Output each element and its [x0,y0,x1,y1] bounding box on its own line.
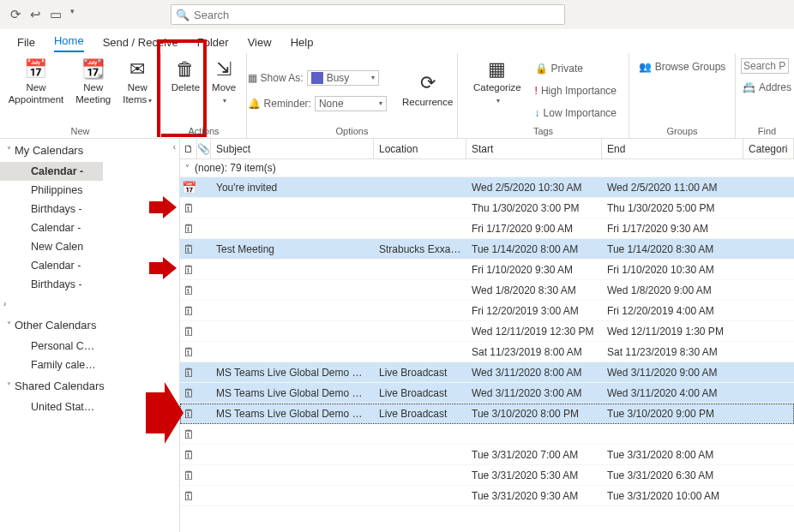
list-row[interactable]: 🗓MS Teams Live Global Demo Sessio...Live… [180,383,794,403]
undo-icon[interactable]: ↩ [30,7,41,22]
row-start: Thu 1/30/2020 3:00 PM [466,202,602,214]
list-row[interactable]: 🗓MS Teams Live Global Demo Sessio...Live… [180,403,794,424]
shared-calendars-header[interactable]: ˅ Shared Calendars [0,374,179,398]
nav-item[interactable]: Calendar - [0,218,103,237]
list-row[interactable]: 🗓Sat 11/23/2019 8:00 AMSat 11/23/2019 8:… [180,342,794,362]
tab-file[interactable]: File [17,36,35,52]
qat-more-icon[interactable]: ▾ [70,7,75,22]
row-end: Tue 3/31/2020 6:30 AM [602,469,743,481]
high-importance-button[interactable]: !High Importance [533,82,618,99]
row-start: Wed 12/11/2019 12:30 PM [466,326,602,338]
tab-view[interactable]: View [248,36,272,52]
col-location[interactable]: Location [374,139,466,158]
move-icon: ⇲ [212,58,236,81]
show-as-select[interactable]: Busy ▾ [307,70,379,86]
row-start: Tue 3/10/2020 8:00 PM [466,408,602,420]
other-calendars-header[interactable]: ˅ Other Calendars [0,314,179,337]
list-row[interactable]: 🗓Wed 1/8/2020 8:30 AMWed 1/8/2020 9:00 A… [180,280,794,301]
list-row[interactable]: 🗓Fri 1/17/2020 9:00 AMFri 1/17/2020 9:30… [180,218,794,239]
nav-item[interactable]: Calendar - [0,256,103,275]
move-button[interactable]: ⇲ Move▾ [207,57,241,108]
delete-button[interactable]: 🗑 Delete [166,57,205,96]
archive-icon[interactable]: ▭ [50,7,62,22]
show-as-row: ▦ Show As: Busy ▾ [246,69,388,87]
col-icon[interactable]: 🗋 [180,139,197,158]
mail-icon: ✉ [125,58,149,81]
col-start[interactable]: Start [466,139,602,158]
nav-item[interactable]: Philippines [0,181,103,200]
tab-home[interactable]: Home [54,34,84,52]
nav-item[interactable]: New Calen [0,237,103,256]
new-appointment-button[interactable]: 📅 NewAppointment [3,57,69,108]
nav-item[interactable]: Personal Calendar [0,337,103,356]
row-end: Tue 3/10/2020 9:00 PM [602,408,743,420]
ribbon-group-options: ▦ Show As: Busy ▾ 🔔 Reminder: None▾ ⟳ [247,53,458,138]
row-start: Wed 1/8/2020 8:30 AM [466,284,602,296]
trash-icon: 🗑 [173,58,197,81]
nav-item[interactable]: Family calendar [0,356,103,374]
search-input[interactable] [194,9,564,21]
ribbon: 📅 NewAppointment 📆 NewMeeting ✉ NewItems… [0,53,794,139]
tab-folder[interactable]: Folder [197,36,229,52]
tab-help[interactable]: Help [291,36,314,52]
ribbon-group-new: 📅 NewAppointment 📆 NewMeeting ✉ NewItems… [0,53,161,138]
nav-item[interactable]: Birthdays - [0,200,103,218]
group-row[interactable]: ˅ (none): 79 item(s) [180,159,794,177]
new-meeting-button[interactable]: 📆 NewMeeting [70,57,116,108]
private-button[interactable]: 🔒Private [533,60,618,77]
group-label-tags: Tags [458,124,629,138]
list-row[interactable]: 🗓Test MeetingStrabucks Exxa To...Tue 1/1… [180,239,794,260]
browse-groups-button[interactable]: 👥Browse Groups [637,58,728,75]
search-box[interactable]: 🔍 [171,4,565,25]
col-end[interactable]: End [602,139,743,158]
busy-swatch [311,72,323,84]
show-as-label: Show As: [261,72,304,84]
nav-item[interactable]: United States holidays [0,398,103,416]
unknown-group-header[interactable]: › [0,294,179,314]
my-calendars-header[interactable]: ˅ My Calendars [0,139,179,162]
nav-item[interactable]: Calendar - [0,162,103,181]
reminder-select[interactable]: None▾ [315,96,387,111]
list-row[interactable]: 🗓MS Teams Live Global Demo Sessio...Live… [180,362,794,383]
collapse-pane-icon[interactable]: ‹ [173,142,176,152]
row-start: Wed 3/11/2020 8:00 AM [466,367,602,379]
row-start: Tue 1/14/2020 8:00 AM [466,243,602,255]
sync-icon[interactable]: ⟳ [10,7,21,22]
address-book-button[interactable]: 📇Addres [741,79,793,96]
search-icon: 🔍 [171,9,194,21]
row-start: Fri 1/17/2020 9:00 AM [466,223,602,235]
ribbon-group-groups: 👥Browse Groups Groups [629,53,736,138]
row-end: Wed 12/11/2019 1:30 PM [602,326,743,338]
list-pane: 🗋 📎 Subject Location Start End Categori … [180,139,794,532]
list-row[interactable]: 🗓Thu 1/30/2020 3:00 PMThu 1/30/2020 5:00… [180,198,794,218]
row-type-icon: 🗓 [180,304,197,318]
row-end: Tue 1/14/2020 8:30 AM [602,243,743,255]
list-row[interactable]: 🗓Tue 3/31/2020 9:30 AMTue 3/31/2020 10:0… [180,486,794,506]
row-start: Tue 3/31/2020 7:00 AM [466,449,602,461]
col-attachment[interactable]: 📎 [197,139,211,158]
col-categories[interactable]: Categori [743,139,794,158]
group-label-actions: Actions [161,124,246,138]
row-type-icon: 🗓 [180,345,197,359]
row-type-icon: 🗓 [180,489,197,503]
search-people-input[interactable] [741,58,789,74]
list-row[interactable]: 🗓 [180,424,794,445]
tab-send-receive[interactable]: Send / Receive [103,36,178,52]
nav-item[interactable]: Birthdays - [0,275,103,294]
row-type-icon: 🗓 [180,366,197,380]
col-subject[interactable]: Subject [211,139,374,158]
list-row[interactable]: 📅You're invitedWed 2/5/2020 10:30 AMWed … [180,177,794,198]
list-row[interactable]: 🗓Fri 12/20/2019 3:00 AMFri 12/20/2019 4:… [180,301,794,321]
categorize-button[interactable]: ▦ Categorize▾ [468,57,526,108]
low-importance-button[interactable]: ↓Low Importance [533,105,618,122]
recurrence-button[interactable]: ⟳ Recurrence [397,71,458,111]
row-end: Thu 1/30/2020 5:00 PM [602,202,743,214]
list-row[interactable]: 🗓Tue 3/31/2020 7:00 AMTue 3/31/2020 8:00… [180,445,794,465]
list-row[interactable]: 🗓Fri 1/10/2020 9:30 AMFri 1/10/2020 10:3… [180,260,794,280]
list-row[interactable]: 🗓Tue 3/31/2020 5:30 AMTue 3/31/2020 6:30… [180,465,794,486]
row-start: Tue 3/31/2020 9:30 AM [466,490,602,502]
list-row[interactable]: 🗓Wed 12/11/2019 12:30 PMWed 12/11/2019 1… [180,321,794,342]
row-end: Wed 1/8/2020 9:00 AM [602,284,743,296]
new-items-button[interactable]: ✉ NewItems▾ [117,57,157,108]
chevron-down-icon: ˅ [185,164,189,173]
